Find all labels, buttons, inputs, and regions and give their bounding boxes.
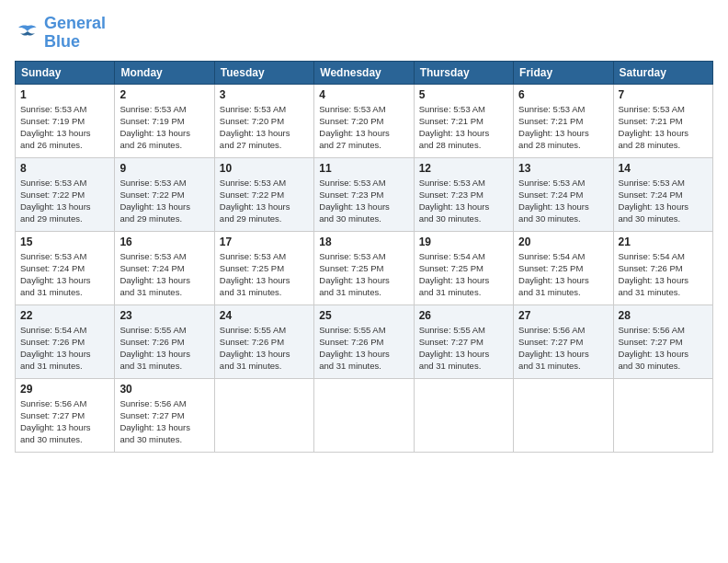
day-number: 27 <box>518 309 608 322</box>
calendar-week-row: 29 Sunrise: 5:56 AMSunset: 7:27 PMDaylig… <box>16 378 713 452</box>
day-info: Sunrise: 5:53 AMSunset: 7:23 PMDaylight:… <box>319 177 408 225</box>
day-number: 23 <box>119 309 209 322</box>
day-info: Sunrise: 5:54 AMSunset: 7:25 PMDaylight:… <box>518 250 608 299</box>
calendar-cell: 7 Sunrise: 5:53 AMSunset: 7:21 PMDayligh… <box>613 84 712 157</box>
day-number: 12 <box>419 162 508 175</box>
day-number: 5 <box>419 88 508 101</box>
day-header-thursday: Thursday <box>414 61 513 84</box>
calendar-cell: 22 Sunrise: 5:54 AMSunset: 7:26 PMDaylig… <box>16 304 115 378</box>
calendar-cell: 13 Sunrise: 5:53 AMSunset: 7:24 PMDaylig… <box>514 157 613 231</box>
calendar-cell: 19 Sunrise: 5:54 AMSunset: 7:25 PMDaylig… <box>414 231 513 304</box>
day-info: Sunrise: 5:53 AMSunset: 7:24 PMDaylight:… <box>119 250 209 299</box>
calendar-cell: 12 Sunrise: 5:53 AMSunset: 7:23 PMDaylig… <box>414 157 513 231</box>
day-number: 4 <box>319 88 408 101</box>
empty-cell <box>414 378 513 452</box>
calendar-cell: 9 Sunrise: 5:53 AMSunset: 7:22 PMDayligh… <box>115 157 214 231</box>
day-info: Sunrise: 5:53 AMSunset: 7:24 PMDaylight:… <box>20 250 109 299</box>
day-number: 22 <box>20 309 109 322</box>
day-number: 28 <box>619 309 708 322</box>
day-header-friday: Friday <box>514 61 613 84</box>
calendar-header-row: SundayMondayTuesdayWednesdayThursdayFrid… <box>16 61 713 84</box>
calendar-cell: 25 Sunrise: 5:55 AMSunset: 7:26 PMDaylig… <box>314 304 414 378</box>
day-number: 30 <box>119 383 209 396</box>
day-info: Sunrise: 5:53 AMSunset: 7:19 PMDaylight:… <box>20 103 109 152</box>
day-info: Sunrise: 5:55 AMSunset: 7:26 PMDaylight:… <box>119 324 209 373</box>
day-info: Sunrise: 5:54 AMSunset: 7:25 PMDaylight:… <box>419 250 508 299</box>
day-number: 10 <box>220 162 309 175</box>
day-info: Sunrise: 5:56 AMSunset: 7:27 PMDaylight:… <box>20 397 109 446</box>
day-info: Sunrise: 5:55 AMSunset: 7:27 PMDaylight:… <box>419 324 508 373</box>
day-info: Sunrise: 5:56 AMSunset: 7:27 PMDaylight:… <box>119 397 209 446</box>
calendar-cell: 18 Sunrise: 5:53 AMSunset: 7:25 PMDaylig… <box>314 231 414 304</box>
calendar-week-row: 15 Sunrise: 5:53 AMSunset: 7:24 PMDaylig… <box>16 231 713 304</box>
day-number: 2 <box>119 88 209 101</box>
day-header-saturday: Saturday <box>613 61 712 84</box>
calendar: SundayMondayTuesdayWednesdayThursdayFrid… <box>15 61 713 453</box>
day-number: 29 <box>20 383 109 396</box>
day-number: 21 <box>619 236 708 248</box>
empty-cell <box>214 378 313 452</box>
day-info: Sunrise: 5:56 AMSunset: 7:27 PMDaylight:… <box>518 324 608 373</box>
day-number: 1 <box>20 88 109 101</box>
logo: General Blue <box>15 15 106 52</box>
calendar-cell: 5 Sunrise: 5:53 AMSunset: 7:21 PMDayligh… <box>414 84 513 157</box>
day-header-sunday: Sunday <box>16 61 115 84</box>
day-header-tuesday: Tuesday <box>214 61 313 84</box>
day-number: 25 <box>319 309 408 322</box>
calendar-cell: 26 Sunrise: 5:55 AMSunset: 7:27 PMDaylig… <box>414 304 513 378</box>
logo-icon <box>15 22 40 44</box>
day-info: Sunrise: 5:53 AMSunset: 7:21 PMDaylight:… <box>419 103 508 152</box>
calendar-cell: 1 Sunrise: 5:53 AMSunset: 7:19 PMDayligh… <box>16 84 115 157</box>
day-number: 6 <box>518 88 608 101</box>
day-header-wednesday: Wednesday <box>314 61 414 84</box>
day-info: Sunrise: 5:53 AMSunset: 7:21 PMDaylight:… <box>518 103 608 152</box>
day-info: Sunrise: 5:53 AMSunset: 7:21 PMDaylight:… <box>619 103 708 152</box>
day-info: Sunrise: 5:53 AMSunset: 7:23 PMDaylight:… <box>419 177 508 225</box>
day-info: Sunrise: 5:53 AMSunset: 7:19 PMDaylight:… <box>119 103 209 152</box>
day-number: 16 <box>119 236 209 248</box>
calendar-cell: 28 Sunrise: 5:56 AMSunset: 7:27 PMDaylig… <box>613 304 712 378</box>
calendar-cell: 15 Sunrise: 5:53 AMSunset: 7:24 PMDaylig… <box>16 231 115 304</box>
day-number: 11 <box>319 162 408 175</box>
day-number: 15 <box>20 236 109 248</box>
calendar-cell: 16 Sunrise: 5:53 AMSunset: 7:24 PMDaylig… <box>115 231 214 304</box>
calendar-week-row: 1 Sunrise: 5:53 AMSunset: 7:19 PMDayligh… <box>16 84 713 157</box>
day-info: Sunrise: 5:53 AMSunset: 7:25 PMDaylight:… <box>319 250 408 299</box>
day-info: Sunrise: 5:55 AMSunset: 7:26 PMDaylight:… <box>220 324 309 373</box>
day-number: 26 <box>419 309 508 322</box>
calendar-cell: 21 Sunrise: 5:54 AMSunset: 7:26 PMDaylig… <box>613 231 712 304</box>
calendar-week-row: 22 Sunrise: 5:54 AMSunset: 7:26 PMDaylig… <box>16 304 713 378</box>
calendar-cell: 11 Sunrise: 5:53 AMSunset: 7:23 PMDaylig… <box>314 157 414 231</box>
day-number: 7 <box>619 88 708 101</box>
calendar-cell: 3 Sunrise: 5:53 AMSunset: 7:20 PMDayligh… <box>214 84 313 157</box>
day-info: Sunrise: 5:53 AMSunset: 7:24 PMDaylight:… <box>619 177 708 225</box>
day-number: 3 <box>220 88 309 101</box>
calendar-cell: 10 Sunrise: 5:53 AMSunset: 7:22 PMDaylig… <box>214 157 313 231</box>
calendar-cell: 17 Sunrise: 5:53 AMSunset: 7:25 PMDaylig… <box>214 231 313 304</box>
calendar-cell: 2 Sunrise: 5:53 AMSunset: 7:19 PMDayligh… <box>115 84 214 157</box>
header: General Blue <box>15 15 713 52</box>
day-info: Sunrise: 5:53 AMSunset: 7:22 PMDaylight:… <box>119 177 209 225</box>
day-info: Sunrise: 5:54 AMSunset: 7:26 PMDaylight:… <box>20 324 109 373</box>
day-number: 17 <box>220 236 309 248</box>
calendar-cell: 14 Sunrise: 5:53 AMSunset: 7:24 PMDaylig… <box>613 157 712 231</box>
calendar-cell: 6 Sunrise: 5:53 AMSunset: 7:21 PMDayligh… <box>514 84 613 157</box>
empty-cell <box>314 378 414 452</box>
day-info: Sunrise: 5:53 AMSunset: 7:24 PMDaylight:… <box>518 177 608 225</box>
calendar-cell: 30 Sunrise: 5:56 AMSunset: 7:27 PMDaylig… <box>115 378 214 452</box>
day-number: 8 <box>20 162 109 175</box>
day-header-monday: Monday <box>115 61 214 84</box>
day-number: 14 <box>619 162 708 175</box>
day-info: Sunrise: 5:55 AMSunset: 7:26 PMDaylight:… <box>319 324 408 373</box>
calendar-cell: 24 Sunrise: 5:55 AMSunset: 7:26 PMDaylig… <box>214 304 313 378</box>
day-info: Sunrise: 5:54 AMSunset: 7:26 PMDaylight:… <box>619 250 708 299</box>
day-info: Sunrise: 5:53 AMSunset: 7:25 PMDaylight:… <box>220 250 309 299</box>
calendar-cell: 29 Sunrise: 5:56 AMSunset: 7:27 PMDaylig… <box>16 378 115 452</box>
day-number: 19 <box>419 236 508 248</box>
calendar-cell: 27 Sunrise: 5:56 AMSunset: 7:27 PMDaylig… <box>514 304 613 378</box>
calendar-cell: 8 Sunrise: 5:53 AMSunset: 7:22 PMDayligh… <box>16 157 115 231</box>
day-info: Sunrise: 5:53 AMSunset: 7:22 PMDaylight:… <box>20 177 109 225</box>
empty-cell <box>514 378 613 452</box>
day-info: Sunrise: 5:53 AMSunset: 7:20 PMDaylight:… <box>220 103 309 152</box>
day-number: 20 <box>518 236 608 248</box>
